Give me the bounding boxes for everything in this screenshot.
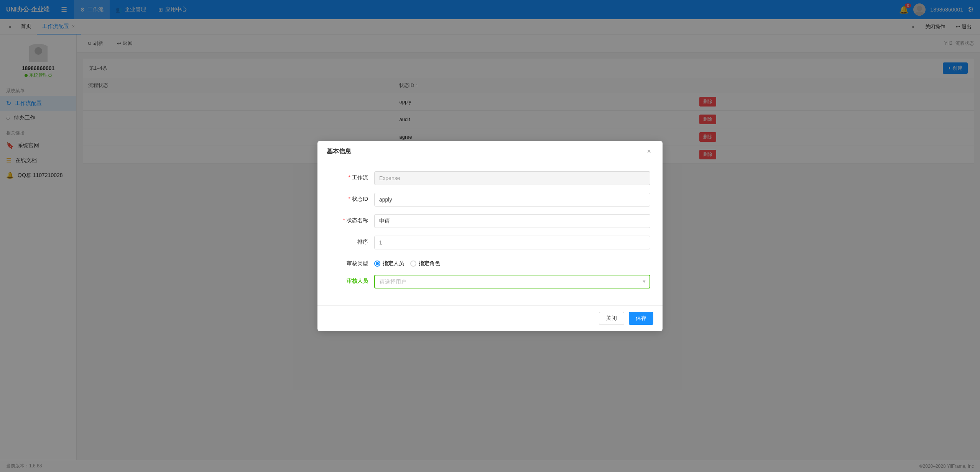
reviewer-select-wrapper: 请选择用户 ▼ bbox=[374, 275, 650, 288]
status-id-required: * bbox=[349, 196, 350, 202]
form-row-reviewer: 审核人员 请选择用户 ▼ bbox=[330, 275, 650, 288]
sort-input[interactable] bbox=[374, 236, 650, 249]
form-row-sort: 排序 bbox=[330, 236, 650, 249]
form-row-review-type: 审核类型 指定人员 指定角色 bbox=[330, 257, 650, 267]
review-type-label: 审核类型 bbox=[330, 257, 368, 267]
modal-header: 基本信息 × bbox=[317, 141, 663, 162]
modal-overlay: 基本信息 × * 工作流 * 状态ID bbox=[0, 0, 980, 472]
modal-title: 基本信息 bbox=[327, 148, 351, 156]
reviewer-label: 审核人员 bbox=[330, 275, 368, 285]
modal-save-btn[interactable]: 保存 bbox=[629, 312, 653, 325]
status-name-input[interactable] bbox=[374, 214, 650, 228]
workflow-input[interactable] bbox=[374, 171, 650, 185]
radio-role-label: 指定角色 bbox=[419, 260, 440, 267]
reviewer-select[interactable]: 请选择用户 bbox=[374, 275, 650, 288]
review-type-radio-group: 指定人员 指定角色 bbox=[374, 257, 440, 267]
radio-circle-role bbox=[410, 261, 416, 267]
status-name-required: * bbox=[343, 217, 345, 223]
radio-circle-person bbox=[374, 261, 380, 267]
workflow-required: * bbox=[349, 174, 350, 180]
workflow-label: * 工作流 bbox=[330, 171, 368, 181]
modal-body: * 工作流 * 状态ID * 状态名称 bbox=[317, 162, 663, 305]
form-row-workflow: * 工作流 bbox=[330, 171, 650, 185]
form-row-status-name: * 状态名称 bbox=[330, 214, 650, 228]
status-name-label: * 状态名称 bbox=[330, 214, 368, 224]
status-id-label: * 状态ID bbox=[330, 193, 368, 203]
radio-designated-role[interactable]: 指定角色 bbox=[410, 260, 440, 267]
form-row-status-id: * 状态ID bbox=[330, 193, 650, 206]
sort-label: 排序 bbox=[330, 236, 368, 246]
modal-dialog: 基本信息 × * 工作流 * 状态ID bbox=[317, 141, 663, 331]
modal-close-btn[interactable]: 关闭 bbox=[599, 312, 624, 325]
modal-close-button[interactable]: × bbox=[645, 147, 653, 156]
radio-designated-person[interactable]: 指定人员 bbox=[374, 260, 404, 267]
modal-footer: 关闭 保存 bbox=[317, 305, 663, 331]
status-id-input[interactable] bbox=[374, 193, 650, 206]
radio-person-label: 指定人员 bbox=[383, 260, 404, 267]
